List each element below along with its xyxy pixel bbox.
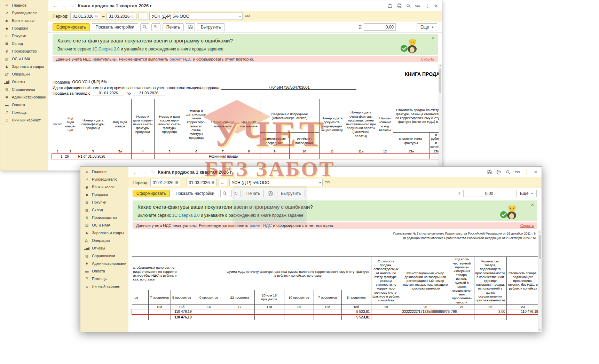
save-report-button[interactable]: [266, 190, 275, 197]
sidebar-item[interactable]: ◆ Продажи: [0, 24, 48, 32]
sidebar-item[interactable]: Дт Операции: [0, 70, 48, 78]
data-cell[interactable]: [148, 309, 171, 315]
sidebar-item[interactable]: ▤ ОС и НМА: [0, 55, 48, 63]
preview-icon[interactable]: [406, 3, 411, 8]
sidebar-item[interactable]: ☺ Личный кабинет: [80, 283, 128, 290]
data-cell[interactable]: [314, 309, 341, 315]
data-cell[interactable]: Розничная продажа: [208, 154, 238, 159]
total-cell[interactable]: [148, 315, 171, 320]
data-cell[interactable]: [254, 309, 284, 315]
more-menu-icon[interactable]: ⋮: [425, 3, 430, 8]
print-icon[interactable]: [397, 3, 402, 8]
refresh-button[interactable]: ↻: [231, 190, 241, 197]
calendar-icon[interactable]: ⊞: [95, 14, 98, 18]
data-cell[interactable]: [260, 154, 289, 159]
data-cell[interactable]: [371, 309, 401, 315]
totals-row[interactable]: 110 476,19 5 523,81: [132, 315, 539, 320]
total-cell[interactable]: 5 523,81: [341, 315, 371, 320]
print-icon[interactable]: [496, 170, 501, 174]
selected-data-row[interactable]: 1 26 Р1 от 31.03.2026 Розничная продажа: [52, 154, 442, 159]
org-link-icon[interactable]: [245, 14, 250, 19]
calendar-icon[interactable]: ⊞: [211, 180, 214, 185]
total-cell[interactable]: [371, 315, 401, 320]
calendar-icon[interactable]: ⊞: [175, 180, 178, 185]
more-button[interactable]: Еще▾: [516, 190, 537, 197]
organization-select[interactable]: УСН (Д-Р) 5% ООО ▾: [149, 13, 243, 20]
refresh-button[interactable]: ↻: [151, 23, 160, 31]
banner-close-icon[interactable]: ×: [431, 35, 434, 41]
total-cell[interactable]: [474, 315, 506, 320]
period-from-value[interactable]: [152, 180, 174, 185]
link-icon[interactable]: [415, 3, 420, 8]
total-cell[interactable]: 110 476,19: [171, 315, 193, 320]
data-cell[interactable]: 110 476,19: [171, 309, 193, 315]
print-button[interactable]: Печать: [163, 23, 184, 31]
search-button[interactable]: [220, 190, 229, 197]
period-options-button[interactable]: ...: [219, 179, 227, 186]
sidebar-item[interactable]: ✱ Администрирование: [80, 260, 128, 267]
search-button[interactable]: [140, 23, 149, 31]
period-to-value[interactable]: [189, 180, 210, 185]
data-cell[interactable]: [132, 309, 148, 315]
data-cell[interactable]: 110 476,19: [506, 309, 539, 315]
total-cell[interactable]: [506, 315, 539, 320]
sidebar-item[interactable]: ? Помощь: [0, 109, 48, 116]
vertical-scrollbar[interactable]: ▲ ▼: [439, 64, 442, 171]
data-cell[interactable]: [109, 154, 131, 159]
sidebar-item[interactable]: ♟ Зарплата и кадры: [80, 229, 128, 237]
sidebar-item[interactable]: ▬ Оплата: [0, 101, 48, 109]
vat-calc-link[interactable]: расчет НДС: [250, 223, 271, 228]
link-icon[interactable]: [515, 170, 520, 174]
hide-link[interactable]: Скрыть: [421, 57, 434, 61]
sidebar-item[interactable]: ▦ Склад: [80, 206, 128, 214]
sidebar-item[interactable]: ? Помощь: [80, 275, 128, 283]
data-cell[interactable]: [319, 154, 345, 159]
total-cell[interactable]: [225, 315, 254, 320]
favorite-star-icon[interactable]: ☆: [151, 169, 155, 175]
more-menu-icon[interactable]: ⋮: [525, 169, 529, 175]
total-cell[interactable]: [254, 315, 284, 320]
vat-calc-link[interactable]: расчет НДС: [170, 57, 191, 61]
selected-data-row[interactable]: 110 476,19 5 523,81 22222222/171225/8888…: [132, 309, 539, 315]
sidebar-item[interactable]: ▦ Склад: [0, 40, 48, 47]
promo-service-link[interactable]: 1С:Сверка 2.0: [172, 213, 199, 218]
hide-link[interactable]: Скрыть: [520, 223, 534, 228]
data-cell[interactable]: [284, 309, 314, 315]
sidebar-item[interactable]: Дт Операции: [80, 237, 128, 244]
sidebar-item[interactable]: ▬ Оплата: [80, 267, 128, 275]
banner-close-icon[interactable]: ×: [531, 201, 534, 207]
period-to-value[interactable]: [109, 14, 130, 19]
sidebar-item[interactable]: ⊕ Производство: [0, 47, 48, 55]
show-settings-button[interactable]: Показать настройки: [92, 23, 138, 31]
save-report-button[interactable]: [186, 23, 195, 31]
data-cell[interactable]: [185, 154, 208, 159]
sidebar-item[interactable]: ⊞ Покупки: [80, 198, 128, 206]
close-icon[interactable]: ×: [434, 3, 438, 9]
data-cell[interactable]: [377, 154, 393, 159]
sidebar-item[interactable]: ↗ Руководителю: [0, 9, 48, 17]
period-to-input[interactable]: ⊞: [187, 179, 216, 186]
total-cell[interactable]: [132, 315, 148, 320]
sidebar-item[interactable]: ▥ Справочники: [80, 252, 128, 260]
sidebar-item[interactable]: ≡ Главное: [0, 1, 48, 9]
period-from-input[interactable]: ⊞: [150, 179, 180, 186]
sidebar-item[interactable]: ≡ Главное: [80, 168, 128, 175]
chevron-down-icon[interactable]: ▾: [237, 15, 241, 18]
save-icon[interactable]: [388, 3, 392, 8]
scroll-up-icon[interactable]: ▲: [538, 230, 541, 234]
data-cell[interactable]: 796: [450, 309, 474, 315]
period-to-input[interactable]: ⊞: [107, 13, 136, 20]
print-button[interactable]: Печать: [243, 190, 264, 197]
scroll-down-icon[interactable]: ▼: [538, 329, 541, 332]
data-cell[interactable]: [131, 154, 154, 159]
back-button[interactable]: ←: [133, 169, 139, 175]
generate-button[interactable]: Сформировать: [53, 23, 90, 31]
sidebar-item[interactable]: ▤ ОС и НМА: [80, 221, 128, 229]
sidebar-item[interactable]: ♟ Зарплата и кадры: [0, 63, 48, 70]
sidebar-item[interactable]: ☺ Личный кабинет: [0, 116, 48, 124]
total-cell[interactable]: [314, 315, 341, 320]
data-cell[interactable]: [154, 154, 185, 159]
sidebar-item[interactable]: ◉ Банк и касса: [0, 17, 48, 24]
sidebar-item[interactable]: ▂▅▇ Отчеты: [80, 244, 128, 252]
forward-button[interactable]: →: [62, 3, 68, 9]
